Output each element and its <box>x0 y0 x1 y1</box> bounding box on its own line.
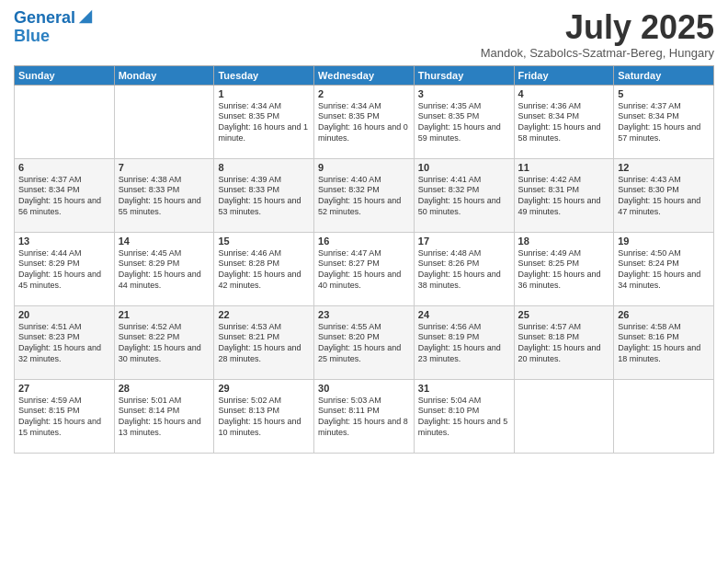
day-info: Sunrise: 4:47 AM Sunset: 8:27 PM Dayligh… <box>318 248 410 292</box>
day-info: Sunrise: 4:48 AM Sunset: 8:26 PM Dayligh… <box>418 248 510 292</box>
cell-4-4: 31Sunrise: 5:04 AM Sunset: 8:10 PM Dayli… <box>414 379 514 453</box>
cell-0-1 <box>114 85 214 158</box>
day-number: 21 <box>119 309 210 320</box>
day-info: Sunrise: 5:01 AM Sunset: 8:14 PM Dayligh… <box>119 396 210 439</box>
day-number: 27 <box>18 383 110 394</box>
cell-3-1: 21Sunrise: 4:52 AM Sunset: 8:22 PM Dayli… <box>114 305 214 379</box>
day-info: Sunrise: 4:44 AM Sunset: 8:29 PM Dayligh… <box>18 248 110 292</box>
header-friday: Friday <box>514 65 614 85</box>
cell-3-6: 26Sunrise: 4:58 AM Sunset: 8:16 PM Dayli… <box>614 305 714 379</box>
day-number: 11 <box>518 162 610 173</box>
cell-3-3: 23Sunrise: 4:55 AM Sunset: 8:20 PM Dayli… <box>314 305 415 379</box>
day-info: Sunrise: 4:39 AM Sunset: 8:33 PM Dayligh… <box>218 175 310 218</box>
day-number: 2 <box>318 88 410 99</box>
cell-0-0 <box>15 85 115 158</box>
week-row-4: 27Sunrise: 4:59 AM Sunset: 8:15 PM Dayli… <box>15 379 714 453</box>
logo: General Blue <box>14 9 94 46</box>
cell-1-5: 11Sunrise: 4:42 AM Sunset: 8:31 PM Dayli… <box>514 158 614 232</box>
weekday-header-row: Sunday Monday Tuesday Wednesday Thursday… <box>15 65 714 85</box>
cell-4-5 <box>514 379 614 453</box>
cell-3-4: 24Sunrise: 4:56 AM Sunset: 8:19 PM Dayli… <box>414 305 514 379</box>
cell-3-5: 25Sunrise: 4:57 AM Sunset: 8:18 PM Dayli… <box>514 305 614 379</box>
cell-0-3: 2Sunrise: 4:34 AM Sunset: 8:35 PM Daylig… <box>314 85 415 158</box>
cell-0-2: 1Sunrise: 4:34 AM Sunset: 8:35 PM Daylig… <box>214 85 314 158</box>
week-row-2: 13Sunrise: 4:44 AM Sunset: 8:29 PM Dayli… <box>15 232 714 305</box>
day-number: 24 <box>418 309 510 320</box>
day-number: 30 <box>318 383 410 394</box>
logo-text-general: General <box>14 9 75 28</box>
day-number: 12 <box>618 162 710 173</box>
day-number: 25 <box>518 309 610 320</box>
header-saturday: Saturday <box>614 65 714 85</box>
day-number: 6 <box>18 162 110 173</box>
day-info: Sunrise: 4:36 AM Sunset: 8:34 PM Dayligh… <box>518 101 610 144</box>
day-info: Sunrise: 4:56 AM Sunset: 8:19 PM Dayligh… <box>418 322 510 365</box>
week-row-1: 6Sunrise: 4:37 AM Sunset: 8:34 PM Daylig… <box>15 158 714 232</box>
day-info: Sunrise: 4:41 AM Sunset: 8:32 PM Dayligh… <box>418 175 510 218</box>
day-info: Sunrise: 4:34 AM Sunset: 8:35 PM Dayligh… <box>318 101 410 144</box>
cell-2-4: 17Sunrise: 4:48 AM Sunset: 8:26 PM Dayli… <box>414 232 514 305</box>
day-number: 14 <box>119 236 210 247</box>
day-info: Sunrise: 4:35 AM Sunset: 8:35 PM Dayligh… <box>418 101 510 144</box>
day-number: 13 <box>18 236 110 247</box>
header-sunday: Sunday <box>15 65 115 85</box>
day-number: 28 <box>119 383 210 394</box>
cell-2-0: 13Sunrise: 4:44 AM Sunset: 8:29 PM Dayli… <box>15 232 115 305</box>
day-info: Sunrise: 4:38 AM Sunset: 8:33 PM Dayligh… <box>119 175 210 218</box>
cell-1-2: 8Sunrise: 4:39 AM Sunset: 8:33 PM Daylig… <box>214 158 314 232</box>
day-info: Sunrise: 4:34 AM Sunset: 8:35 PM Dayligh… <box>218 101 310 144</box>
day-info: Sunrise: 4:53 AM Sunset: 8:21 PM Dayligh… <box>218 322 310 365</box>
day-info: Sunrise: 4:45 AM Sunset: 8:29 PM Dayligh… <box>119 248 210 292</box>
day-info: Sunrise: 4:59 AM Sunset: 8:15 PM Dayligh… <box>18 396 110 439</box>
day-info: Sunrise: 4:57 AM Sunset: 8:18 PM Dayligh… <box>518 322 610 365</box>
day-info: Sunrise: 4:42 AM Sunset: 8:31 PM Dayligh… <box>518 175 610 218</box>
cell-1-4: 10Sunrise: 4:41 AM Sunset: 8:32 PM Dayli… <box>414 158 514 232</box>
day-number: 23 <box>318 309 410 320</box>
day-number: 1 <box>218 88 310 99</box>
day-number: 10 <box>418 162 510 173</box>
day-info: Sunrise: 5:04 AM Sunset: 8:10 PM Dayligh… <box>418 396 510 439</box>
header: General Blue July 2025 Mandok, Szabolcs-… <box>14 9 714 60</box>
cell-3-2: 22Sunrise: 4:53 AM Sunset: 8:21 PM Dayli… <box>214 305 314 379</box>
cell-4-1: 28Sunrise: 5:01 AM Sunset: 8:14 PM Dayli… <box>114 379 214 453</box>
day-info: Sunrise: 4:46 AM Sunset: 8:28 PM Dayligh… <box>218 248 310 292</box>
cell-0-6: 5Sunrise: 4:37 AM Sunset: 8:34 PM Daylig… <box>614 85 714 158</box>
day-info: Sunrise: 5:02 AM Sunset: 8:13 PM Dayligh… <box>218 396 310 439</box>
logo-text-blue: Blue <box>14 28 94 46</box>
month-title: July 2025 <box>481 9 714 46</box>
cell-0-5: 4Sunrise: 4:36 AM Sunset: 8:34 PM Daylig… <box>514 85 614 158</box>
day-info: Sunrise: 4:51 AM Sunset: 8:23 PM Dayligh… <box>18 322 110 365</box>
day-info: Sunrise: 5:03 AM Sunset: 8:11 PM Dayligh… <box>318 396 410 439</box>
day-info: Sunrise: 4:52 AM Sunset: 8:22 PM Dayligh… <box>119 322 210 365</box>
day-info: Sunrise: 4:55 AM Sunset: 8:20 PM Dayligh… <box>318 322 410 365</box>
day-info: Sunrise: 4:37 AM Sunset: 8:34 PM Dayligh… <box>18 175 110 218</box>
cell-4-0: 27Sunrise: 4:59 AM Sunset: 8:15 PM Dayli… <box>15 379 115 453</box>
cell-2-5: 18Sunrise: 4:49 AM Sunset: 8:25 PM Dayli… <box>514 232 614 305</box>
day-info: Sunrise: 4:58 AM Sunset: 8:16 PM Dayligh… <box>618 322 710 365</box>
title-block: July 2025 Mandok, Szabolcs-Szatmar-Bereg… <box>481 9 714 60</box>
cell-1-3: 9Sunrise: 4:40 AM Sunset: 8:32 PM Daylig… <box>314 158 415 232</box>
calendar-table: Sunday Monday Tuesday Wednesday Thursday… <box>14 65 714 454</box>
day-number: 31 <box>418 383 510 394</box>
cell-3-0: 20Sunrise: 4:51 AM Sunset: 8:23 PM Dayli… <box>15 305 115 379</box>
cell-2-3: 16Sunrise: 4:47 AM Sunset: 8:27 PM Dayli… <box>314 232 415 305</box>
day-info: Sunrise: 4:40 AM Sunset: 8:32 PM Dayligh… <box>318 175 410 218</box>
header-wednesday: Wednesday <box>314 65 415 85</box>
day-number: 9 <box>318 162 410 173</box>
day-number: 15 <box>218 236 310 247</box>
day-number: 7 <box>119 162 210 173</box>
day-number: 19 <box>618 236 710 247</box>
cell-2-6: 19Sunrise: 4:50 AM Sunset: 8:24 PM Dayli… <box>614 232 714 305</box>
page: General Blue July 2025 Mandok, Szabolcs-… <box>0 0 728 563</box>
header-tuesday: Tuesday <box>214 65 314 85</box>
day-number: 26 <box>618 309 710 320</box>
header-monday: Monday <box>114 65 214 85</box>
week-row-3: 20Sunrise: 4:51 AM Sunset: 8:23 PM Dayli… <box>15 305 714 379</box>
cell-2-2: 15Sunrise: 4:46 AM Sunset: 8:28 PM Dayli… <box>214 232 314 305</box>
location-title: Mandok, Szabolcs-Szatmar-Bereg, Hungary <box>481 46 714 60</box>
day-number: 8 <box>218 162 310 173</box>
header-thursday: Thursday <box>414 65 514 85</box>
day-number: 17 <box>418 236 510 247</box>
day-number: 22 <box>218 309 310 320</box>
cell-4-2: 29Sunrise: 5:02 AM Sunset: 8:13 PM Dayli… <box>214 379 314 453</box>
